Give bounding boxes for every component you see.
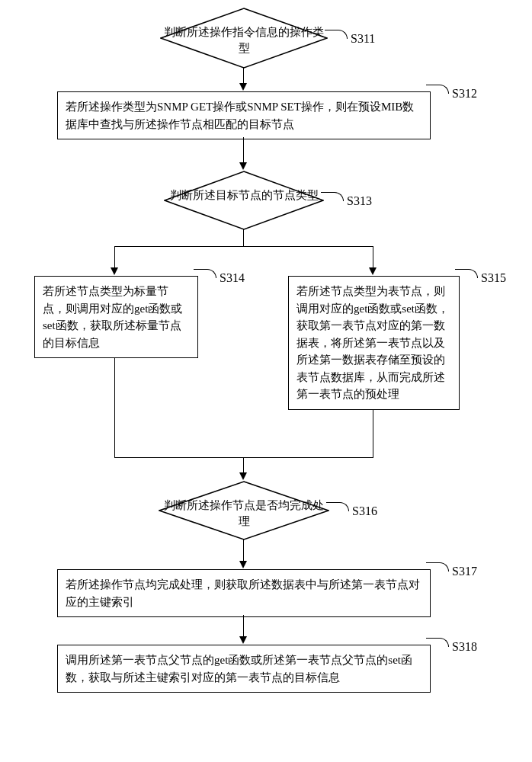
label-s312: S312 xyxy=(452,87,477,101)
arrow xyxy=(239,83,247,91)
process-s314: 若所述节点类型为标量节点，则调用对应的get函数或set函数，获取所述标量节点的… xyxy=(34,276,198,358)
connector-line xyxy=(243,137,244,164)
label-s317: S317 xyxy=(452,565,477,578)
connector-line xyxy=(243,539,244,562)
decision-s316: 判断所述操作节点是否均完成处理 xyxy=(159,481,329,540)
process-s318: 调用所述第一表节点父节点的get函数或所述第一表节点父节点的set函数，获取与所… xyxy=(57,645,431,693)
label-s318: S318 xyxy=(452,640,477,654)
connector xyxy=(426,85,449,94)
connector xyxy=(321,192,344,201)
label-s316: S316 xyxy=(352,504,377,518)
connector-line xyxy=(373,246,373,269)
arrow xyxy=(239,636,247,644)
connector-line xyxy=(243,68,244,85)
decision-s311-text: 判断所述操作指令信息的操作类型 xyxy=(160,24,328,56)
decision-s313: 判断所述目标节点的节点类型 xyxy=(164,171,324,230)
connector xyxy=(326,502,349,511)
arrow xyxy=(239,561,247,568)
label-s311: S311 xyxy=(351,32,375,46)
connector xyxy=(455,269,478,278)
process-s318-text: 调用所述第一表节点父节点的get函数或所述第一表节点父节点的set函数，获取与所… xyxy=(66,654,412,684)
connector xyxy=(194,269,216,278)
connector-line xyxy=(373,410,373,457)
label-s313: S313 xyxy=(347,194,372,208)
connector-line xyxy=(243,457,244,474)
connector xyxy=(325,30,348,39)
decision-s316-text: 判断所述操作节点是否均完成处理 xyxy=(159,498,329,530)
connector-line xyxy=(114,358,115,457)
label-s315: S315 xyxy=(481,271,506,285)
arrow xyxy=(369,267,377,275)
connector-line xyxy=(114,457,373,458)
process-s312: 若所述操作类型为SNMP GET操作或SNMP SET操作，则在预设MIB数据库… xyxy=(57,91,431,139)
connector xyxy=(426,562,449,572)
process-s312-text: 若所述操作类型为SNMP GET操作或SNMP SET操作，则在预设MIB数据库… xyxy=(66,101,414,130)
process-s317: 若所述操作节点均完成处理，则获取所述数据表中与所述第一表节点对应的主键索引 xyxy=(57,569,431,617)
connector xyxy=(426,638,449,647)
process-s315: 若所述节点类型为表节点，则调用对应的get函数或set函数，获取第一表节点对应的… xyxy=(288,276,460,410)
arrow xyxy=(111,267,118,275)
label-s314: S314 xyxy=(220,271,245,285)
decision-s313-text: 判断所述目标节点的节点类型 xyxy=(164,187,324,203)
process-s315-text: 若所述节点类型为表节点，则调用对应的get函数或set函数，获取第一表节点对应的… xyxy=(296,285,449,400)
decision-s311: 判断所述操作指令信息的操作类型 xyxy=(160,8,328,69)
arrow xyxy=(239,472,247,480)
connector-line xyxy=(114,246,115,269)
arrow xyxy=(239,162,247,170)
connector-line xyxy=(243,229,244,246)
process-s317-text: 若所述操作节点均完成处理，则获取所述数据表中与所述第一表节点对应的主键索引 xyxy=(66,578,420,608)
process-s314-text: 若所述节点类型为标量节点，则调用对应的get函数或set函数，获取所述标量节点的… xyxy=(43,285,182,349)
connector-line xyxy=(114,246,373,247)
connector-line xyxy=(243,615,244,638)
